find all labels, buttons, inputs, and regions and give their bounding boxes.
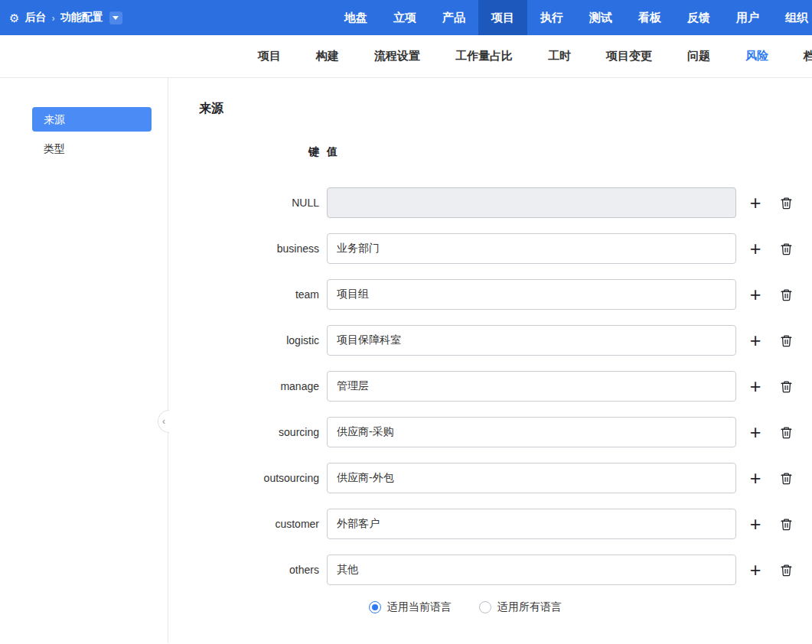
value-input[interactable] (327, 279, 736, 310)
row-key-label: outsourcing (199, 472, 319, 484)
sub-nav-tab[interactable]: 档案 (804, 49, 812, 63)
sub-nav-tab[interactable]: 工时 (548, 49, 571, 63)
language-options: 适用当前语言 适用所有语言 (199, 600, 812, 614)
sidebar-item[interactable]: 类型 (32, 136, 152, 161)
delete-row-button[interactable] (780, 380, 793, 393)
sub-nav-tab-label: 问题 (687, 49, 710, 62)
table-row: outsourcing + (199, 463, 812, 493)
value-input[interactable] (327, 463, 736, 493)
table-row: manage + (199, 371, 812, 402)
delete-row-button[interactable] (780, 334, 793, 347)
add-row-button[interactable]: + (750, 239, 761, 259)
delete-row-button[interactable] (780, 518, 793, 531)
radio-option-label: 适用当前语言 (387, 600, 452, 614)
row-key-label: logistic (199, 334, 319, 346)
sub-nav-tab[interactable]: 工作量占比 (455, 49, 513, 63)
value-column-header: 值 (327, 145, 736, 159)
language-radio-option[interactable]: 适用当前语言 (369, 600, 452, 614)
sub-nav-tab[interactable]: 风险 (745, 49, 768, 63)
top-nav-item[interactable]: 执行 (527, 0, 576, 35)
row-key-label: sourcing (199, 426, 319, 438)
sub-nav: 项目 构建 流程设置 工作量占比 工时 项目变更 问题 风险 档案 (0, 35, 812, 78)
top-nav-item[interactable]: 测试 (576, 0, 625, 35)
top-nav-item[interactable]: 用户 (723, 0, 772, 35)
table-row: NULL + (199, 187, 812, 218)
top-nav-item-label: 测试 (589, 11, 612, 24)
top-nav-item[interactable]: 立项 (380, 0, 429, 35)
add-row-button[interactable]: + (750, 377, 761, 396)
language-radio-option[interactable]: 适用所有语言 (479, 600, 562, 614)
trash-icon (780, 564, 793, 577)
add-row-button[interactable]: + (750, 515, 761, 534)
breadcrumb-dropdown-toggle[interactable] (109, 11, 122, 24)
sub-nav-tab[interactable]: 流程设置 (374, 49, 420, 63)
delete-row-button[interactable] (780, 242, 793, 255)
sidebar-item[interactable]: 来源 (32, 107, 152, 132)
sidebar-item-label: 类型 (44, 142, 65, 154)
add-row-button[interactable]: + (750, 331, 761, 350)
trash-icon (780, 380, 793, 393)
chevron-down-icon (113, 16, 119, 20)
breadcrumb-separator-icon: › (51, 12, 54, 24)
trash-icon (780, 426, 793, 439)
row-key-label: team (199, 288, 319, 301)
sub-nav-tab-label: 构建 (316, 49, 339, 62)
trash-icon (780, 197, 793, 210)
table-header: 键 值 (199, 145, 812, 159)
add-row-button[interactable]: + (750, 423, 761, 442)
sub-nav-tab-label: 工作量占比 (455, 49, 513, 62)
value-input[interactable] (327, 371, 736, 402)
topbar: ⚙ 后台 › 功能配置 地盘 立项 产品 项目 执行 测试 看板 反馈 用户 组… (0, 0, 812, 35)
sidebar: 来源 类型 (0, 78, 168, 643)
breadcrumb-feature-config[interactable]: 功能配置 (60, 11, 103, 24)
delete-row-button[interactable] (780, 472, 793, 485)
top-nav-item[interactable]: 项目 (478, 0, 527, 35)
breadcrumb-admin[interactable]: 后台 (24, 11, 46, 24)
row-key-label: others (199, 564, 319, 576)
sidebar-item-label: 来源 (44, 113, 65, 125)
sub-nav-tab[interactable]: 项目 (258, 49, 281, 63)
top-nav-item[interactable]: 反馈 (674, 0, 723, 35)
row-key-label: customer (199, 518, 319, 530)
value-input[interactable] (327, 325, 736, 356)
gear-icon[interactable]: ⚙ (9, 12, 19, 24)
trash-icon (780, 242, 793, 255)
table-row: sourcing + (199, 417, 812, 447)
delete-row-button[interactable] (780, 288, 793, 301)
top-nav-item-label: 用户 (736, 11, 759, 24)
table-row: business + (199, 233, 812, 264)
radio-option-label: 适用所有语言 (497, 600, 562, 614)
top-nav-item-label: 地盘 (344, 11, 367, 24)
table-row: customer + (199, 509, 812, 539)
add-row-button[interactable]: + (750, 194, 761, 213)
top-nav: 地盘 立项 产品 项目 执行 测试 看板 反馈 用户 组织 (331, 0, 812, 35)
top-nav-item[interactable]: 产品 (429, 0, 478, 35)
trash-icon (780, 472, 793, 485)
value-input[interactable] (327, 187, 736, 218)
top-nav-item-label: 产品 (442, 11, 465, 24)
add-row-button[interactable]: + (750, 561, 761, 580)
delete-row-button[interactable] (780, 564, 793, 577)
top-nav-item[interactable]: 组织 (772, 0, 812, 35)
table-row: logistic + (199, 325, 812, 356)
add-row-button[interactable]: + (750, 469, 761, 488)
value-input[interactable] (327, 233, 736, 264)
top-nav-item[interactable]: 地盘 (331, 0, 380, 35)
sub-nav-tab-label: 风险 (745, 49, 768, 62)
top-nav-item-label: 项目 (491, 11, 514, 24)
top-nav-item-label: 执行 (540, 11, 563, 24)
delete-row-button[interactable] (780, 426, 793, 439)
value-input[interactable] (327, 555, 736, 585)
sub-nav-tab[interactable]: 项目变更 (606, 49, 652, 63)
sub-nav-tab[interactable]: 构建 (316, 49, 339, 63)
top-nav-item-label: 立项 (393, 11, 416, 24)
sub-nav-tab[interactable]: 问题 (687, 49, 710, 63)
value-input[interactable] (327, 509, 736, 539)
add-row-button[interactable]: + (750, 285, 761, 304)
trash-icon (780, 334, 793, 347)
sub-nav-tab-label: 档案 (804, 49, 812, 62)
delete-row-button[interactable] (780, 197, 793, 210)
value-input[interactable] (327, 417, 736, 447)
trash-icon (780, 518, 793, 531)
top-nav-item[interactable]: 看板 (625, 0, 674, 35)
